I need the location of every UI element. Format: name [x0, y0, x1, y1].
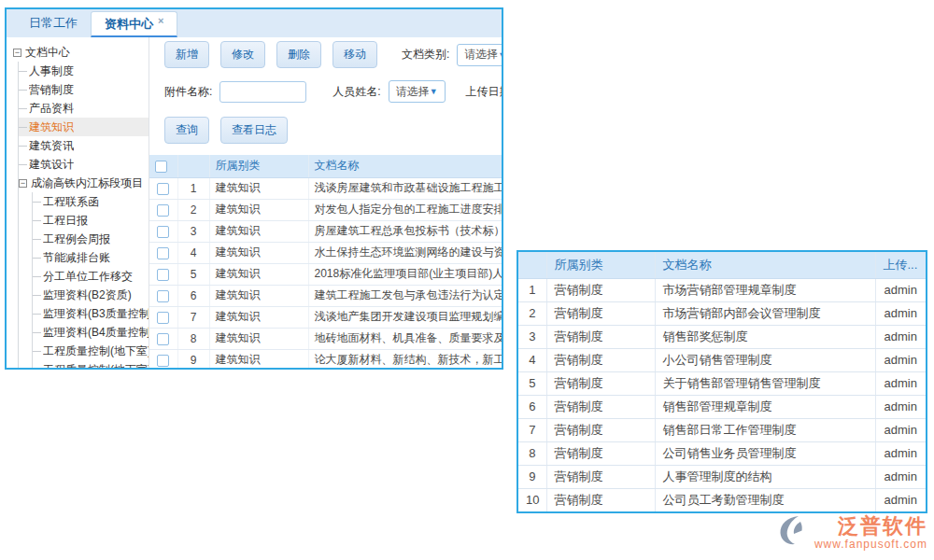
table-row[interactable]: 10 营销制度 公司员工考勤管理制度 admin [518, 488, 926, 511]
view-log-button[interactable]: 查看日志 [220, 117, 288, 144]
row-checkbox[interactable] [157, 226, 169, 238]
row-checkbox[interactable] [157, 355, 169, 367]
row-index: 6 [177, 285, 209, 306]
fanpu-logo: 泛普软件 www.fanpusoft.com [779, 515, 927, 551]
table-row[interactable]: 3 建筑知识 房屋建筑工程总承包投标书（技术标）... [149, 220, 502, 242]
collapse-icon[interactable]: − [13, 49, 21, 57]
tree-label: 建筑设计 [29, 157, 74, 173]
attachment-name-input[interactable] [219, 81, 306, 103]
row-checkbox[interactable] [157, 290, 169, 302]
table-row[interactable]: 8 建筑知识 地砖地面材料、机具准备、质量要求及... [149, 328, 502, 349]
sidebar-item-marketing-policy[interactable]: 营销制度 [19, 80, 149, 99]
table-row[interactable]: 4 建筑知识 水土保持生态环境监测网络的建设与资... [149, 242, 502, 263]
doc-category-select[interactable]: 请选择 ▼ [457, 44, 502, 66]
tree-label: 产品资料 [29, 101, 74, 117]
sidebar-item-project-clipped[interactable]: 工程质量控制(地下室) [33, 360, 149, 368]
tree-label: 监理资料(B2资质) [43, 287, 132, 303]
row-checkbox[interactable] [157, 269, 169, 281]
row-docname: 2018标准化监理项目部(业主项目部)人员... [308, 263, 502, 285]
row-docname: 水土保持生态环境监测网络的建设与资... [308, 242, 502, 263]
table-row[interactable]: 4 营销制度 小公司销售管理制度 admin [518, 348, 926, 371]
docname-column-header: 文档名称 [655, 252, 875, 278]
sidebar-item-project-5[interactable]: 监理资料(B2资质) [33, 286, 149, 304]
sidebar-item-project-1[interactable]: 工程日报 [33, 211, 149, 230]
table-row[interactable]: 2 建筑知识 对发包人指定分包的工程施工进度安排... [149, 199, 502, 220]
row-category: 建筑知识 [209, 263, 308, 285]
tree-connector [33, 239, 41, 240]
sidebar-item-construction-knowledge[interactable]: 建筑知识 [19, 118, 149, 136]
table-row[interactable]: 9 建筑知识 论大厦新材料、新结构、新技术，新工... [149, 349, 502, 368]
collapse-icon[interactable]: − [19, 179, 27, 188]
table-row[interactable]: 6 营销制度 销售部管理规章制度 admin [518, 395, 926, 418]
sidebar-item-project-7[interactable]: 监理资料(B4质量控制) [33, 323, 149, 342]
row-checkbox[interactable] [157, 247, 169, 259]
table-row[interactable]: 5 营销制度 关于销售部管理销售管理制度 admin [518, 371, 926, 395]
row-docname: 小公司销售管理制度 [655, 348, 875, 371]
logo-url: www.fanpusoft.com [814, 538, 927, 551]
sidebar-tree: − 文档中心 人事制度 营销制度 产品资料 建筑知识 [7, 37, 149, 368]
row-docname: 对发包人指定分包的工程施工进度安排... [308, 199, 502, 220]
tree-connector [19, 90, 27, 91]
row-docname: 关于销售部管理销售管理制度 [655, 371, 875, 395]
table-row[interactable]: 6 建筑知识 建筑工程施工发包与承包违法行为认定... [149, 285, 502, 306]
edit-button[interactable]: 修改 [220, 41, 265, 68]
row-docname: 人事管理制度的结构 [655, 465, 875, 488]
row-category: 建筑知识 [209, 285, 308, 306]
sidebar-item-project-8[interactable]: 工程质量控制(地下室) [33, 342, 149, 360]
select-all-checkbox[interactable] [155, 161, 167, 173]
row-checkbox[interactable] [157, 204, 169, 217]
row-checkbox[interactable] [157, 183, 169, 195]
table-row[interactable]: 5 建筑知识 2018标准化监理项目部(业主项目部)人员... [149, 263, 502, 285]
table-row[interactable]: 7 建筑知识 浅谈地产集团开发建设项目监理规划编... [149, 306, 502, 328]
row-category: 建筑知识 [209, 199, 308, 220]
tree-connector [33, 314, 41, 315]
tree-label: 工程例会周报 [43, 231, 110, 247]
close-icon[interactable]: × [158, 15, 163, 26]
sidebar-item-product-data[interactable]: 产品资料 [19, 99, 149, 118]
table-row[interactable]: 3 营销制度 销售部奖惩制度 admin [518, 325, 926, 348]
add-button[interactable]: 新增 [164, 41, 209, 68]
sidebar-item-construction-news[interactable]: 建筑资讯 [19, 136, 149, 155]
tab-bar: 日常工作 资料中心 × [7, 9, 502, 37]
tab-daily-work[interactable]: 日常工作 [16, 9, 91, 37]
sidebar-item-project-root[interactable]: − 成渝高铁内江标段项目 [19, 174, 149, 192]
tree-connector [19, 108, 27, 109]
tree-label: 工程日报 [43, 213, 88, 229]
sidebar-item-doc-center[interactable]: − 文档中心 [13, 43, 149, 62]
table-row[interactable]: 1 营销制度 市场营销部管理规章制度 admin [518, 278, 926, 301]
table-row[interactable]: 9 营销制度 人事管理制度的结构 admin [518, 465, 926, 488]
tab-data-center[interactable]: 资料中心 × [91, 11, 177, 37]
select-value: 请选择 [396, 84, 430, 100]
person-name-select[interactable]: 请选择 ▼ [389, 80, 446, 103]
tree-connector [19, 127, 27, 128]
chevron-down-icon: ▼ [498, 50, 502, 60]
row-checkbox[interactable] [157, 333, 169, 345]
table-row[interactable]: 2 营销制度 市场营销部内部会议管理制度 admin [518, 301, 926, 325]
table-row[interactable]: 7 营销制度 销售部日常工作管理制度 admin [518, 418, 926, 441]
row-category: 营销制度 [546, 278, 655, 301]
row-docname: 市场营销部内部会议管理制度 [655, 301, 875, 325]
sidebar-item-project-6[interactable]: 监理资料(B3质量控制) [33, 304, 149, 323]
sidebar-item-construction-design[interactable]: 建筑设计 [19, 155, 149, 174]
sidebar-item-hr-policy[interactable]: 人事制度 [19, 62, 149, 80]
sidebar-item-project-2[interactable]: 工程例会周报 [33, 230, 149, 248]
tree-connector [19, 164, 27, 165]
sidebar-item-project-3[interactable]: 节能减排台账 [33, 248, 149, 267]
sidebar-item-project-0[interactable]: 工程联系函 [33, 192, 149, 211]
row-uploader: admin [875, 301, 926, 325]
tree-label: 工程质量控制(地下室) [43, 343, 149, 359]
row-docname: 市场营销部管理规章制度 [655, 278, 875, 301]
tree-label: 分工单位工作移交 [43, 269, 133, 285]
category-column-header: 所属别类 [546, 252, 655, 278]
row-index: 4 [518, 348, 546, 371]
row-docname: 论大厦新材料、新结构、新技术，新工... [308, 349, 502, 368]
tree-connector [33, 295, 41, 296]
fanpu-logo-icon [779, 515, 811, 547]
move-button[interactable]: 移动 [333, 41, 377, 68]
delete-button[interactable]: 删除 [276, 41, 321, 68]
query-button[interactable]: 查询 [164, 117, 209, 144]
sidebar-item-project-4[interactable]: 分工单位工作移交 [33, 267, 149, 286]
table-row[interactable]: 1 建筑知识 浅谈房屋建筑和市政基础设施工程施工... [149, 177, 502, 199]
table-row[interactable]: 8 营销制度 公司销售业务员管理制度 admin [518, 441, 926, 465]
row-checkbox[interactable] [157, 312, 169, 324]
